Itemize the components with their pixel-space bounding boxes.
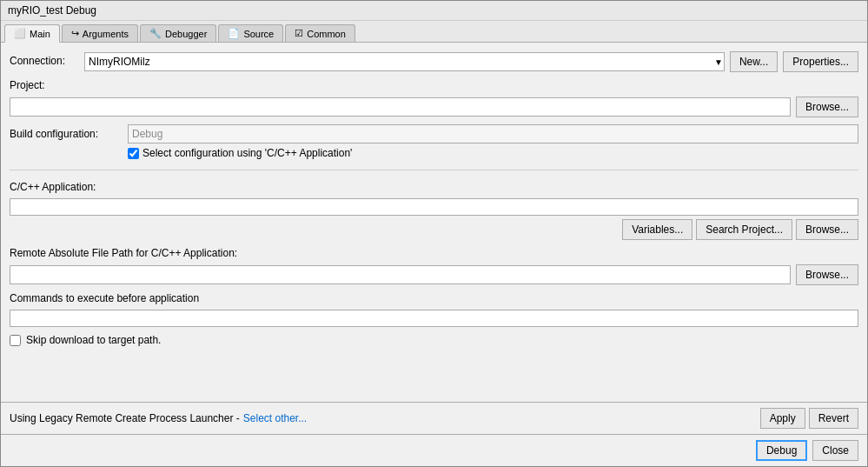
- footer-text: Using Legacy Remote Create Process Launc…: [10, 412, 240, 424]
- tab-common[interactable]: ☑ Common: [285, 24, 355, 42]
- project-input[interactable]: myRIO_test: [10, 97, 791, 117]
- main-tab-icon: ⬜: [14, 28, 26, 39]
- close-button[interactable]: Close: [812, 440, 858, 461]
- remote-path-section: Remote Absolute File Path for C/C++ Appl…: [10, 247, 858, 285]
- cpp-app-label: C/C++ Application:: [10, 181, 858, 193]
- skip-download-label: Skip download to target path.: [26, 334, 161, 346]
- connection-select[interactable]: NImyRIOMilz: [84, 52, 725, 71]
- main-window: myRIO_test Debug ⬜ Main ↪ Arguments 🔧 De…: [0, 0, 868, 467]
- arguments-tab-label: Arguments: [83, 29, 129, 39]
- debugger-tab-label: Debugger: [165, 29, 207, 39]
- project-row: myRIO_test Browse...: [10, 97, 858, 117]
- tab-source[interactable]: 📄 Source: [218, 24, 283, 42]
- window-title: myRIO_test Debug: [8, 4, 96, 17]
- build-config-row: Build configuration: Debug: [10, 124, 858, 143]
- remote-path-input[interactable]: /usr/local/lib/libmyRIO_test.so: [10, 265, 791, 284]
- new-button[interactable]: New...: [730, 51, 778, 72]
- select-config-label: Select configuration using 'C/C++ Applic…: [142, 147, 352, 159]
- build-config-section: Build configuration: Debug Select config…: [10, 124, 858, 159]
- remote-browse-button[interactable]: Browse...: [796, 264, 858, 285]
- remote-path-row: /usr/local/lib/libmyRIO_test.so Browse..…: [10, 264, 858, 285]
- browse-app-button[interactable]: Browse...: [796, 219, 858, 240]
- content-spacer: [10, 353, 858, 393]
- select-config-checkbox[interactable]: [128, 148, 139, 159]
- properties-button[interactable]: Properties...: [783, 51, 858, 72]
- main-content: Connection: NImyRIOMilz ▼ New... Propert…: [1, 43, 867, 402]
- common-tab-icon: ☑: [295, 28, 303, 39]
- select-other-link[interactable]: Select other...: [243, 412, 307, 424]
- build-config-label: Build configuration:: [10, 128, 123, 140]
- remote-path-label: Remote Absolute File Path for C/C++ Appl…: [10, 247, 858, 259]
- build-config-select-wrapper: Debug: [128, 124, 858, 143]
- source-tab-label: Source: [243, 29, 274, 39]
- footer-buttons: Apply Revert: [760, 408, 858, 429]
- footer: Using Legacy Remote Create Process Launc…: [1, 402, 867, 434]
- source-tab-icon: 📄: [228, 28, 240, 39]
- tab-arguments[interactable]: ↪ Arguments: [62, 24, 138, 42]
- connection-select-wrapper: NImyRIOMilz ▼: [84, 52, 725, 71]
- bottom-buttons: Debug Close: [1, 434, 867, 466]
- build-config-select[interactable]: Debug: [128, 124, 858, 143]
- search-project-button[interactable]: Search Project...: [696, 219, 792, 240]
- debug-button[interactable]: Debug: [756, 440, 807, 461]
- revert-button[interactable]: Revert: [809, 408, 858, 429]
- project-label: Project:: [10, 79, 858, 91]
- cpp-app-buttons: Variables... Search Project... Browse...: [10, 219, 858, 240]
- connection-label: Connection:: [10, 55, 79, 67]
- tab-main[interactable]: ⬜ Main: [4, 24, 60, 43]
- title-bar: myRIO_test Debug: [1, 1, 867, 21]
- skip-download-checkbox[interactable]: [10, 335, 21, 346]
- arguments-tab-icon: ↪: [71, 28, 79, 39]
- project-section: Project: myRIO_test Browse...: [10, 79, 858, 117]
- cpp-app-input[interactable]: Debug/libmyRIO_test.so: [10, 198, 858, 216]
- apply-button[interactable]: Apply: [760, 408, 805, 429]
- commands-input[interactable]: gdbserver :2345 --attach 'pidof lvrt': [10, 310, 858, 327]
- common-tab-label: Common: [307, 29, 346, 39]
- skip-download-row: Skip download to target path.: [10, 334, 858, 346]
- project-browse-button[interactable]: Browse...: [796, 97, 858, 117]
- separator-1: [10, 170, 858, 170]
- cpp-app-section: C/C++ Application: Debug/libmyRIO_test.s…: [10, 181, 858, 240]
- commands-section: Commands to execute before application g…: [10, 292, 858, 327]
- connection-row: Connection: NImyRIOMilz ▼ New... Propert…: [10, 51, 858, 72]
- select-config-row: Select configuration using 'C/C++ Applic…: [128, 147, 858, 159]
- tab-bar: ⬜ Main ↪ Arguments 🔧 Debugger 📄 Source ☑…: [1, 21, 867, 43]
- tab-debugger[interactable]: 🔧 Debugger: [140, 24, 216, 42]
- variables-button[interactable]: Variables...: [622, 219, 692, 240]
- main-tab-label: Main: [30, 29, 50, 39]
- debugger-tab-icon: 🔧: [149, 28, 162, 39]
- commands-label: Commands to execute before application: [10, 292, 858, 304]
